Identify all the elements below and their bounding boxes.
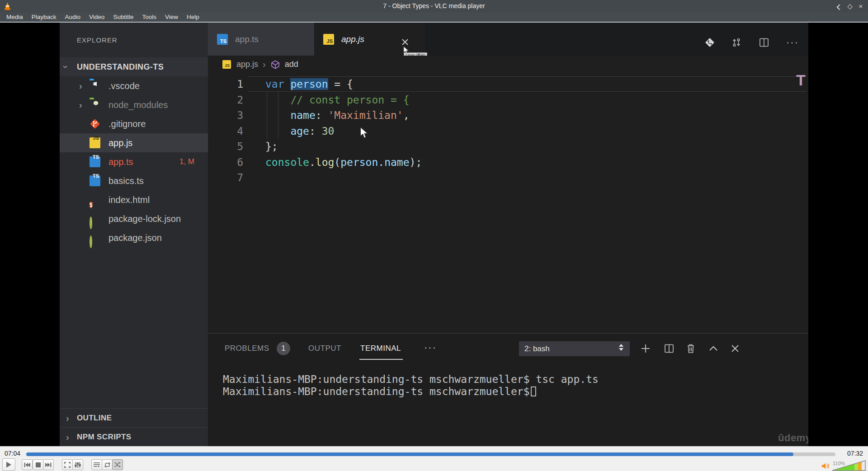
- previous-button[interactable]: [22, 459, 33, 470]
- file-row-app-js[interactable]: JS app.js: [60, 133, 208, 152]
- shuffle-button[interactable]: [112, 459, 123, 470]
- menu-tools[interactable]: Tools: [142, 14, 156, 20]
- javascript-file-icon: JS: [323, 34, 334, 45]
- elapsed-time: 07:04: [5, 450, 20, 457]
- code-line-7: 7: [208, 170, 808, 185]
- chevron-right-icon: ›: [79, 95, 82, 114]
- next-button[interactable]: [43, 459, 54, 470]
- file-row-package-lock[interactable]: package-lock.json: [60, 209, 208, 228]
- json-file-icon: [90, 232, 92, 251]
- active-tab-underline: [359, 359, 403, 360]
- git-file-icon: [90, 118, 100, 129]
- mouse-cursor-arrow: [360, 127, 368, 139]
- terminal-shell-select[interactable]: 2: bash: [519, 341, 630, 356]
- typescript-file-icon: TS: [90, 156, 100, 167]
- file-row-app-ts[interactable]: TS app.ts 1, M: [60, 152, 208, 171]
- terminal-cursor: [531, 386, 536, 396]
- more-actions-icon[interactable]: ···: [785, 36, 800, 49]
- file-row-vscode[interactable]: › .vscode: [60, 76, 208, 95]
- seek-bar[interactable]: [26, 452, 835, 456]
- file-row-index-html[interactable]: 5 index.html: [60, 190, 208, 209]
- menu-subtitle[interactable]: Subtitle: [113, 14, 133, 20]
- menu-video[interactable]: Video: [89, 14, 104, 20]
- new-terminal-icon[interactable]: [640, 343, 651, 354]
- code-line-4: 4 age: 30: [208, 123, 808, 139]
- synchronize-changes-icon[interactable]: [730, 36, 743, 49]
- problems-count-badge: 1: [277, 342, 290, 355]
- udemy-watermark: ûdemy: [778, 432, 808, 444]
- panel-more-icon[interactable]: ···: [424, 342, 437, 353]
- code-line-6: 6 console.log(person.name);: [208, 155, 808, 170]
- menu-playback[interactable]: Playback: [32, 14, 57, 20]
- seek-bar-fill: [26, 452, 793, 456]
- javascript-file-icon: JS: [222, 60, 231, 69]
- window-title: 7 - Object Types - VLC media player: [0, 0, 868, 12]
- vlc-titlebar: 7 - Object Types - VLC media player ◇ ×: [0, 0, 868, 12]
- playlist-button[interactable]: [91, 459, 102, 470]
- chevron-down-icon: ›: [60, 65, 75, 68]
- maximize-panel-icon[interactable]: [708, 343, 719, 354]
- code-editor[interactable]: 1 var person = { 2 // const person = { 3…: [208, 73, 808, 333]
- play-button[interactable]: [2, 458, 15, 471]
- chevron-right-icon: ›: [66, 428, 69, 446]
- volume-slider[interactable]: [832, 460, 866, 471]
- chevron-right-icon: ›: [66, 409, 69, 428]
- vlc-control-bar: 07:04 07:32 110: [0, 446, 868, 471]
- bottom-panel: PROBLEMS 1 OUTPUT TERMINAL ··· 2: bash: [208, 333, 808, 446]
- typescript-file-icon: TS: [90, 175, 100, 186]
- loop-button[interactable]: [102, 459, 113, 470]
- breadcrumb[interactable]: JS app.js › add: [208, 56, 808, 73]
- code-line-5: 5 };: [208, 139, 808, 154]
- menu-audio[interactable]: Audio: [65, 14, 81, 20]
- file-row-gitignore[interactable]: .gitignore: [60, 114, 208, 133]
- tab-terminal[interactable]: TERMINAL: [360, 339, 401, 360]
- code-line-3: 3 name: 'Maximilian',: [208, 108, 808, 123]
- file-row-basics-ts[interactable]: TS basics.ts: [60, 171, 208, 190]
- split-terminal-icon[interactable]: [663, 343, 675, 354]
- tab-app-ts[interactable]: TS app.ts: [208, 23, 314, 56]
- explorer-header: EXPLORER: [77, 36, 118, 44]
- extended-settings-button[interactable]: [72, 459, 83, 470]
- terminal-output[interactable]: Maximilians-MBP:understanding-ts mschwar…: [223, 373, 599, 398]
- problems-modified-badge: 1, M: [179, 152, 194, 171]
- total-time: 07:32: [847, 450, 863, 457]
- npm-scripts-section[interactable]: › NPM SCRIPTS: [60, 427, 208, 446]
- minimize-button[interactable]: [834, 0, 844, 12]
- code-line-1: 1 var person = {: [208, 76, 808, 92]
- code-line-2: 2 // const person = {: [208, 92, 808, 108]
- tab-output[interactable]: OUTPUT: [308, 339, 341, 360]
- select-arrows-icon: [619, 344, 623, 351]
- vscode-window: EXPLORER › UNDERSTANDING-TS › .vscode › …: [60, 23, 808, 446]
- file-row-package-json[interactable]: package.json: [60, 228, 208, 247]
- vlc-menubar: Media Playback Audio Video Subtitle Tool…: [0, 12, 868, 23]
- menu-media[interactable]: Media: [6, 14, 23, 20]
- close-panel-icon[interactable]: [729, 343, 741, 354]
- split-editor-icon[interactable]: [758, 36, 770, 49]
- tab-problems[interactable]: PROBLEMS: [225, 339, 269, 360]
- maximize-button[interactable]: ◇: [845, 0, 855, 12]
- editor-region: TS app.ts JS app.js Close (⌘W: [208, 23, 808, 446]
- volume-speaker-icon[interactable]: [822, 462, 830, 470]
- menu-help[interactable]: Help: [187, 14, 199, 20]
- chevron-right-icon: ›: [263, 59, 266, 70]
- open-changes-icon[interactable]: [703, 36, 716, 49]
- stop-button[interactable]: [33, 459, 43, 470]
- outline-section[interactable]: › OUTLINE: [60, 408, 208, 427]
- breadcrumb-symbol[interactable]: add: [285, 60, 298, 69]
- file-row-node-modules[interactable]: › node_modules: [60, 95, 208, 114]
- breadcrumb-file[interactable]: app.js: [236, 60, 258, 69]
- kill-terminal-trash-icon[interactable]: [685, 343, 697, 354]
- video-overlay-letter: T: [796, 71, 806, 89]
- typescript-file-icon: TS: [217, 34, 228, 45]
- explorer-sidebar: EXPLORER › UNDERSTANDING-TS › .vscode › …: [60, 23, 208, 446]
- symbol-cube-icon: [270, 60, 280, 70]
- menu-view[interactable]: View: [165, 14, 178, 20]
- video-area[interactable]: EXPLORER › UNDERSTANDING-TS › .vscode › …: [0, 23, 868, 446]
- project-section-header[interactable]: › UNDERSTANDING-TS: [60, 57, 208, 76]
- vlc-window: 7 - Object Types - VLC media player ◇ × …: [0, 0, 868, 471]
- chevron-right-icon: ›: [79, 76, 82, 95]
- javascript-file-icon: JS: [90, 137, 100, 148]
- close-window-button[interactable]: ×: [856, 0, 866, 12]
- fullscreen-button[interactable]: [62, 459, 73, 470]
- editor-tabstrip: TS app.ts JS app.js Close (⌘W: [208, 23, 808, 56]
